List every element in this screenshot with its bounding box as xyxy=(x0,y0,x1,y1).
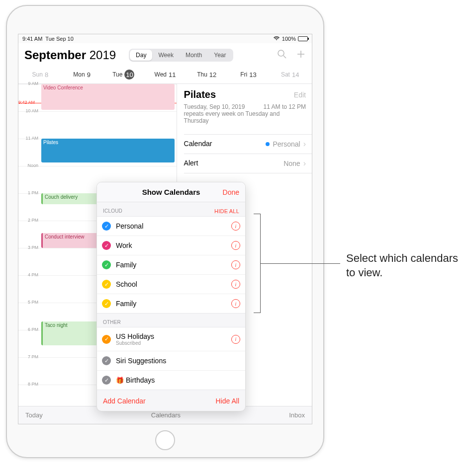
info-icon[interactable]: i xyxy=(231,335,240,344)
calendar-row[interactable]: ✓US HolidaysSubscribedi xyxy=(97,327,245,351)
checkmark-icon: ✓ xyxy=(102,260,111,269)
status-bar: 9:41 AM Tue Sep 10 100% xyxy=(18,34,312,43)
annotation-bracket xyxy=(254,214,261,313)
calendar-name: Siri Suggestions xyxy=(116,357,240,365)
hour-label: 9 AM xyxy=(20,81,38,86)
weekday-sat[interactable]: Sat14 xyxy=(269,70,311,79)
weekday-selector: Sun8Mon9Tue10Wed11Thu12Fri13Sat14 xyxy=(18,66,312,84)
view-segment-year[interactable]: Year xyxy=(208,50,232,61)
calendar-row[interactable]: ✓Worki xyxy=(97,236,245,255)
checkmark-icon: ✓ xyxy=(102,299,111,308)
event-calendar-value: Personal xyxy=(273,140,300,148)
ipad-device-frame: 9:41 AM Tue Sep 10 100% September 2019 D… xyxy=(6,5,324,458)
hour-label: 2 PM xyxy=(20,218,38,223)
current-time-label: 9:42 AM xyxy=(18,100,35,105)
checkmark-icon: ✓ xyxy=(102,356,111,365)
event-block[interactable]: Video Conference xyxy=(41,84,175,110)
weekday-fri[interactable]: Fri13 xyxy=(228,70,270,79)
event-detail-repeat: repeats every week on Tuesday and Thursd… xyxy=(184,110,306,124)
weekday-tue[interactable]: Tue10 xyxy=(102,70,144,79)
popover-header: Show Calendars Done xyxy=(97,182,245,202)
info-icon[interactable]: i xyxy=(231,222,240,231)
home-button[interactable] xyxy=(155,430,175,450)
calendar-row[interactable]: ✓Personali xyxy=(97,217,245,236)
status-time: 9:41 AM xyxy=(22,36,42,42)
calendar-color-dot xyxy=(266,142,270,146)
calendar-name: Family xyxy=(116,300,231,308)
event-detail-time: 11 AM to 12 PM xyxy=(264,103,306,110)
view-segment-day[interactable]: Day xyxy=(130,50,152,61)
year: 2019 xyxy=(90,48,116,62)
calendars-button[interactable]: Calendars xyxy=(151,411,181,419)
event-detail-date: Tuesday, Sep 10, 2019 xyxy=(184,103,245,110)
checkmark-icon: ✓ xyxy=(102,280,111,289)
hour-label: 6 PM xyxy=(20,327,38,332)
battery-icon xyxy=(298,36,308,41)
page-title: September 2019 xyxy=(24,48,116,62)
calendar-row[interactable]: ✓🎁Birthdays xyxy=(97,371,245,390)
hour-label: 7 PM xyxy=(20,354,38,359)
calendar-name: Personal xyxy=(116,222,231,230)
month-name: September xyxy=(24,48,86,62)
today-button[interactable]: Today xyxy=(25,411,43,419)
annotation-line xyxy=(261,263,340,264)
app-header: September 2019 DayWeekMonthYear xyxy=(18,43,312,66)
edit-button[interactable]: Edit xyxy=(294,91,306,99)
gift-icon: 🎁 xyxy=(116,377,124,384)
calendar-row[interactable]: ✓Familyi xyxy=(97,255,245,275)
hour-row: 10 AM xyxy=(18,111,177,139)
info-icon[interactable]: i xyxy=(231,299,240,308)
chevron-right-icon: › xyxy=(303,159,306,168)
view-segment-week[interactable]: Week xyxy=(152,50,179,61)
popover-title: Show Calendars xyxy=(142,188,200,196)
icloud-calendar-list: ✓Personali✓Worki✓Familyi✓Schooli✓Familyi xyxy=(97,216,245,314)
show-calendars-popover: Show Calendars Done ICLOUD HIDE ALL ✓Per… xyxy=(96,182,246,411)
calendar-row[interactable]: ✓Schooli xyxy=(97,275,245,294)
done-button[interactable]: Done xyxy=(223,188,239,196)
svg-line-1 xyxy=(283,56,286,58)
weekday-wed[interactable]: Wed11 xyxy=(144,70,186,79)
hour-label: 8 PM xyxy=(20,382,38,387)
icloud-section-label: ICLOUD xyxy=(103,208,122,214)
inbox-button[interactable]: Inbox xyxy=(289,411,305,419)
other-calendar-list: ✓US HolidaysSubscribedi✓Siri Suggestions… xyxy=(97,327,245,390)
event-alert-row[interactable]: Alert None › xyxy=(184,154,312,173)
view-segment-control[interactable]: DayWeekMonthYear xyxy=(129,49,233,62)
calendar-row[interactable]: ✓Siri Suggestions xyxy=(97,351,245,371)
calendar-name: School xyxy=(116,280,231,288)
info-icon[interactable]: i xyxy=(231,241,240,250)
calendar-name: Work xyxy=(116,241,231,249)
event-alert-value: None xyxy=(283,159,300,167)
hour-label: 1 PM xyxy=(20,190,38,195)
calendar-name: US HolidaysSubscribed xyxy=(116,332,231,346)
wifi-icon xyxy=(273,36,280,42)
checkmark-icon: ✓ xyxy=(102,241,111,250)
info-icon[interactable]: i xyxy=(231,260,240,269)
view-segment-month[interactable]: Month xyxy=(180,50,208,61)
calendar-subtext: Subscribed xyxy=(116,340,231,346)
info-icon[interactable]: i xyxy=(231,280,240,289)
battery-pct: 100% xyxy=(282,36,296,42)
event-calendar-row[interactable]: Calendar Personal › xyxy=(184,135,312,154)
search-icon[interactable] xyxy=(277,49,287,62)
other-section-label: OTHER xyxy=(103,319,121,325)
svg-point-0 xyxy=(278,50,284,56)
hour-label: 4 PM xyxy=(20,272,38,277)
hide-all-button[interactable]: HIDE ALL xyxy=(214,208,239,214)
hide-all-footer-button[interactable]: Hide All xyxy=(216,397,239,405)
hour-label: Noon xyxy=(20,163,38,168)
weekday-sun[interactable]: Sun8 xyxy=(19,70,61,79)
calendar-row[interactable]: ✓Familyi xyxy=(97,294,245,313)
checkmark-icon: ✓ xyxy=(102,376,111,385)
weekday-mon[interactable]: Mon9 xyxy=(61,70,103,79)
calendar-name: 🎁Birthdays xyxy=(116,376,240,384)
add-calendar-button[interactable]: Add Calendar xyxy=(103,397,146,405)
event-block[interactable]: Pilates xyxy=(41,139,175,162)
calendar-name: Family xyxy=(116,261,231,269)
hour-label: 10 AM xyxy=(20,108,38,113)
status-date: Tue Sep 10 xyxy=(45,36,73,42)
weekday-thu[interactable]: Thu12 xyxy=(186,70,228,79)
event-calendar-label: Calendar xyxy=(184,140,212,149)
checkmark-icon: ✓ xyxy=(102,335,111,344)
add-event-icon[interactable] xyxy=(296,49,306,62)
